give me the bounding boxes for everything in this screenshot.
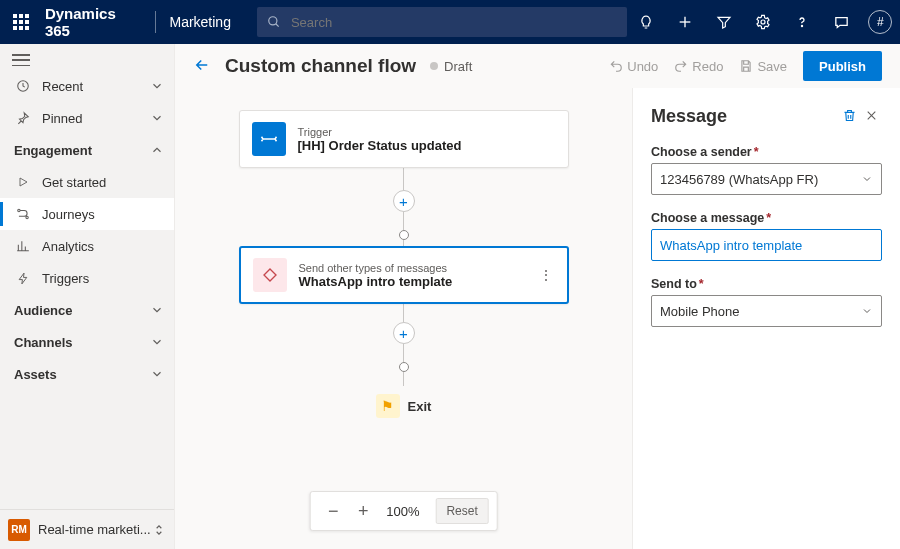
nav-section-engagement[interactable]: Engagement: [0, 134, 174, 166]
journey-icon: [14, 207, 32, 221]
nav-collapse-toggle[interactable]: [12, 54, 30, 66]
node-subtitle: Send other types of messages: [299, 262, 453, 274]
chevron-down-icon: [150, 335, 164, 349]
chevron-down-icon: [861, 173, 873, 185]
close-icon: [865, 109, 878, 122]
exit-label: Exit: [408, 399, 432, 414]
chevron-down-icon: [150, 111, 164, 125]
zoom-in-button[interactable]: +: [348, 501, 378, 522]
add-button[interactable]: [666, 0, 705, 44]
zoom-percent: 100%: [386, 504, 419, 519]
properties-panel: Message Choose a sender* 123456789 (What…: [632, 88, 900, 549]
nav-triggers[interactable]: Triggers: [0, 262, 174, 294]
sender-dropdown[interactable]: 123456789 (WhatsApp FR): [651, 163, 882, 195]
nav-label: Triggers: [42, 271, 89, 286]
play-icon: [14, 176, 32, 188]
sendto-value: Mobile Phone: [660, 304, 740, 319]
message-label: Choose a message*: [651, 211, 882, 225]
chevron-down-icon: [150, 303, 164, 317]
environment-switcher[interactable]: RM Real-time marketi...: [0, 509, 174, 549]
waffle-icon: [13, 14, 29, 30]
publish-button[interactable]: Publish: [803, 51, 882, 81]
status-dot-icon: [430, 62, 438, 70]
help-button[interactable]: [783, 0, 822, 44]
zoom-reset-button[interactable]: Reset: [435, 498, 488, 524]
add-step-button[interactable]: +: [393, 190, 415, 212]
svg-point-0: [269, 17, 277, 25]
plus-icon: [677, 14, 693, 30]
panel-title: Message: [651, 106, 838, 127]
analytics-icon: [14, 239, 32, 253]
nav-recent[interactable]: Recent: [0, 70, 174, 102]
sendto-label: Send to*: [651, 277, 882, 291]
question-icon: [794, 14, 810, 30]
nav-section-audience[interactable]: Audience: [0, 294, 174, 326]
delete-button[interactable]: [838, 108, 860, 126]
global-search[interactable]: [257, 7, 627, 37]
nav-label: Journeys: [42, 207, 95, 222]
nav-label: Analytics: [42, 239, 94, 254]
undo-button[interactable]: Undo: [609, 59, 658, 74]
nav-label: Pinned: [42, 111, 82, 126]
section-label: Channels: [14, 335, 73, 350]
add-step-button[interactable]: +: [393, 322, 415, 344]
sender-value: 123456789 (WhatsApp FR): [660, 172, 818, 187]
section-label: Audience: [14, 303, 73, 318]
funnel-icon: [716, 14, 732, 30]
close-panel-button[interactable]: [860, 108, 882, 125]
avatar-icon: #: [868, 10, 892, 34]
nav-analytics[interactable]: Analytics: [0, 230, 174, 262]
undo-icon: [609, 59, 623, 73]
nav-label: Get started: [42, 175, 106, 190]
env-badge: RM: [8, 519, 30, 541]
back-button[interactable]: [193, 56, 211, 77]
nav-journeys[interactable]: Journeys: [0, 198, 174, 230]
save-icon: [739, 59, 753, 73]
chevron-down-icon: [861, 305, 873, 317]
node-more-button[interactable]: ⋮: [539, 273, 553, 277]
gear-icon: [755, 14, 771, 30]
svg-line-1: [276, 24, 279, 27]
svg-point-5: [802, 25, 803, 26]
message-value: WhatsApp intro template: [660, 238, 802, 253]
redo-button[interactable]: Redo: [674, 59, 723, 74]
settings-button[interactable]: [744, 0, 783, 44]
nav-section-assets[interactable]: Assets: [0, 358, 174, 390]
redo-icon: [674, 59, 688, 73]
app-area[interactable]: Marketing: [155, 14, 244, 30]
journey-canvas[interactable]: Trigger [HH] Order Status updated +: [175, 88, 632, 549]
nav-pinned[interactable]: Pinned: [0, 102, 174, 134]
app-launcher[interactable]: [0, 14, 43, 30]
site-nav: Recent Pinned Engagement Get started: [0, 44, 175, 549]
trash-icon: [842, 108, 857, 123]
chevron-up-icon: [150, 143, 164, 157]
message-node[interactable]: Send other types of messages WhatsApp in…: [239, 246, 569, 304]
status-badge: Draft: [444, 59, 472, 74]
trigger-node[interactable]: Trigger [HH] Order Status updated: [239, 110, 569, 168]
svg-point-7: [18, 209, 20, 211]
search-input[interactable]: [289, 14, 617, 31]
nav-get-started[interactable]: Get started: [0, 166, 174, 198]
node-title: [HH] Order Status updated: [298, 138, 462, 153]
assistant-button[interactable]: [822, 0, 861, 44]
bolt-icon: [14, 272, 32, 285]
save-button[interactable]: Save: [739, 59, 787, 74]
filter-button[interactable]: [705, 0, 744, 44]
sendto-dropdown[interactable]: Mobile Phone: [651, 295, 882, 327]
nav-section-channels[interactable]: Channels: [0, 326, 174, 358]
account-button[interactable]: #: [861, 0, 900, 44]
connector: [403, 168, 404, 190]
sender-label: Choose a sender*: [651, 145, 882, 159]
message-icon: [253, 258, 287, 292]
brand-name: Dynamics 365: [43, 5, 155, 39]
zoom-out-button[interactable]: −: [318, 501, 348, 522]
ideas-button[interactable]: [627, 0, 666, 44]
node-subtitle: Trigger: [298, 126, 462, 138]
btn-label: Redo: [692, 59, 723, 74]
exit-node[interactable]: ⚑ Exit: [376, 394, 432, 418]
message-lookup[interactable]: WhatsApp intro template: [651, 229, 882, 261]
flag-icon: ⚑: [376, 394, 400, 418]
page-title: Custom channel flow: [225, 55, 416, 77]
arrow-left-icon: [193, 56, 211, 74]
btn-label: Undo: [627, 59, 658, 74]
